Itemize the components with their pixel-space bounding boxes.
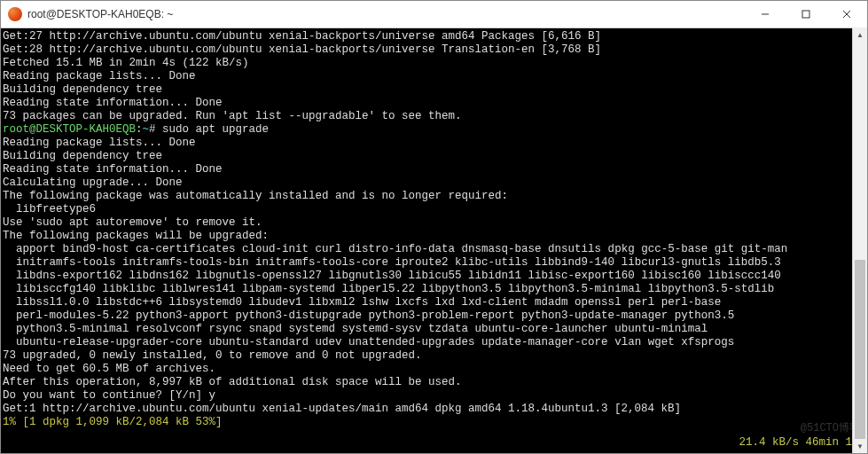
ubuntu-icon xyxy=(8,7,22,21)
terminal-window: root@DESKTOP-KAH0EQB: ~ Get:27 http://ar… xyxy=(0,0,868,454)
output-line: ubuntu-release-upgrader-core ubuntu-stan… xyxy=(3,336,865,349)
prompt-cwd: ~ xyxy=(143,123,150,136)
close-button[interactable] xyxy=(826,1,867,27)
output-line: perl-modules-5.22 python3-apport python3… xyxy=(3,309,865,323)
output-line: python3.5-minimal resolvconf rsync snapd… xyxy=(3,323,865,336)
output-line: libfreetype6 xyxy=(3,203,865,216)
scroll-down-icon[interactable]: ▼ xyxy=(853,439,867,453)
output-line: The following packages will be upgraded: xyxy=(3,230,865,243)
scroll-up-icon[interactable]: ▲ xyxy=(853,27,867,42)
output-line: Reading package lists... Done xyxy=(3,137,865,150)
output-line: Reading state information... Done xyxy=(3,163,865,176)
maximize-button[interactable] xyxy=(786,1,826,27)
output-line: libssl1.0.0 libstdc++6 libsystemd0 libud… xyxy=(3,296,865,309)
output-line: Get:27 http://archive.ubuntu.com/ubuntu … xyxy=(3,30,865,43)
output-line: Reading state information... Done xyxy=(3,97,865,110)
output-line: initramfs-tools initramfs-tools-bin init… xyxy=(3,256,865,270)
output-line: After this operation, 8,997 kB of additi… xyxy=(3,376,865,389)
window-title: root@DESKTOP-KAH0EQB: ~ xyxy=(27,8,745,20)
output-line: 73 upgraded, 0 newly installed, 0 to rem… xyxy=(3,349,865,363)
output-line: Do you want to continue? [Y/n] y xyxy=(3,389,865,403)
output-line: Use 'sudo apt autoremove' to remove it. xyxy=(3,216,865,230)
watermark-text: @51CTO博客 xyxy=(801,422,860,435)
titlebar[interactable]: root@DESKTOP-KAH0EQB: ~ xyxy=(1,1,867,28)
svg-line-2 xyxy=(843,11,850,18)
output-line: Reading package lists... Done xyxy=(3,70,865,83)
scrollbar-track[interactable] xyxy=(853,42,867,439)
vertical-scrollbar[interactable]: ▲ ▼ xyxy=(852,27,867,453)
output-line: apport bind9-host ca-certificates cloud-… xyxy=(3,243,865,256)
output-line: Get:28 http://archive.ubuntu.com/ubuntu … xyxy=(3,43,865,57)
progress-right: 21.4 kB/s 46min 11s xyxy=(739,436,865,450)
scrollbar-thumb[interactable] xyxy=(855,260,865,439)
output-line: Calculating upgrade... Done xyxy=(3,176,865,190)
svg-line-3 xyxy=(843,11,850,18)
output-line: Get:1 http://archive.ubuntu.com/ubuntu x… xyxy=(3,403,865,416)
progress-left: 1% [1 dpkg 1,099 kB/2,084 kB 53%] xyxy=(3,416,865,429)
prompt-sep: : xyxy=(136,123,143,136)
output-line: Building dependency tree xyxy=(3,83,865,97)
output-line: libisccfg140 libklibc liblwres141 libpam… xyxy=(3,283,865,296)
output-line: Building dependency tree xyxy=(3,150,865,163)
output-line: 73 packages can be upgraded. Run 'apt li… xyxy=(3,110,865,123)
output-line: Fetched 15.1 MB in 2min 4s (122 kB/s) xyxy=(3,57,865,70)
prompt-userhost: root@DESKTOP-KAH0EQB xyxy=(3,123,136,136)
minimize-button[interactable] xyxy=(745,1,786,27)
svg-rect-1 xyxy=(802,11,809,18)
terminal-viewport[interactable]: Get:27 http://archive.ubuntu.com/ubuntu … xyxy=(1,28,867,453)
prompt-hash: # xyxy=(149,123,156,136)
output-line: libdns-export162 libdns162 libgnutls-ope… xyxy=(3,270,865,283)
command-text: sudo apt upgrade xyxy=(162,123,269,136)
output-line: The following package was automatically … xyxy=(3,190,865,203)
prompt-line: root@DESKTOP-KAH0EQB:~# sudo apt upgrade xyxy=(3,123,865,137)
output-line: Need to get 60.5 MB of archives. xyxy=(3,363,865,376)
